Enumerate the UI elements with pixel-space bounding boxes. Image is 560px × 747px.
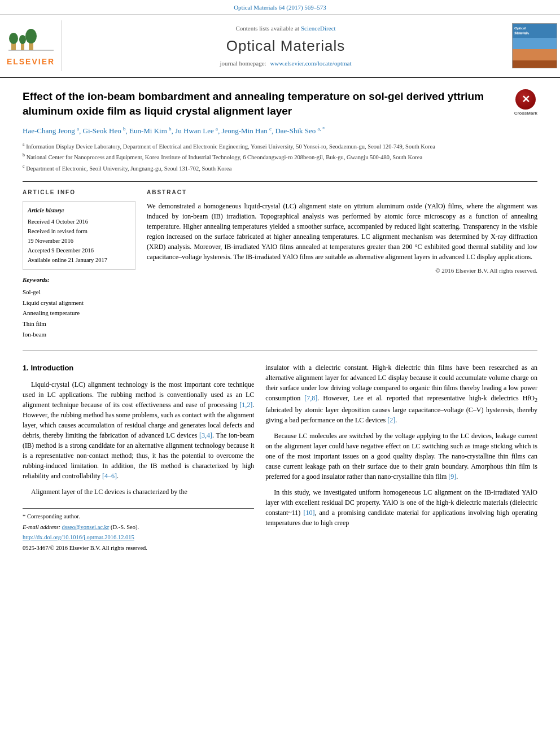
article-info-label: ARTICLE INFO — [23, 189, 135, 196]
keyword-3: Annealing temperature — [23, 308, 135, 318]
affiliations-block: a Information Display Device Laboratory,… — [23, 141, 537, 173]
crossmark-label: CrossMark — [514, 111, 537, 117]
authors-line: Hae-Chang Jeong a, Gi-Seok Heo b, Eun-Mi… — [23, 125, 537, 137]
sciencedirect-line: Contents lists available at ScienceDirec… — [73, 24, 498, 33]
journal-center-block: Contents lists available at ScienceDirec… — [62, 20, 509, 71]
email-suffix: (D.-S. Seo). — [111, 524, 139, 530]
journal-homepage-line: journal homepage: www.elsevier.com/locat… — [73, 59, 498, 68]
elsevier-tree-icon — [8, 25, 54, 54]
sciencedirect-link[interactable]: ScienceDirect — [301, 25, 336, 32]
abstract-text: We demonstrated a homogeneous liquid-cry… — [147, 201, 537, 262]
header-divider — [23, 181, 537, 182]
abstract-column: ABSTRACT We demonstrated a homogeneous l… — [147, 189, 537, 340]
intro-para-1: Liquid-crystal (LC) alignment technology… — [23, 379, 254, 481]
elsevier-logo-block: ELSEVIER — [0, 20, 62, 71]
svg-rect-8 — [513, 24, 557, 38]
issn-line: 0925-3467/© 2016 Elsevier B.V. All right… — [23, 544, 254, 553]
info-abstract-section: ARTICLE INFO Article history: Received 4… — [23, 189, 537, 340]
cover-thumbnail: Optical Materials — [512, 23, 557, 68]
left-column: 1. Introduction Liquid-crystal (LC) alig… — [23, 362, 254, 554]
svg-rect-9 — [513, 38, 557, 49]
received-revised-date-display: 19 November 2016 — [28, 237, 130, 246]
copyright-text: © 2016 Elsevier B.V. All rights reserved… — [147, 267, 537, 275]
corresponding-footnote: * Corresponding author. — [23, 512, 254, 521]
citation-text: Optical Materials 64 (2017) 569–573 — [234, 4, 326, 11]
svg-text:Optical: Optical — [515, 27, 526, 30]
keyword-4: Thin film — [23, 318, 135, 329]
journal-cover-image: Optical Materials — [509, 20, 560, 71]
affiliation-b: b National Center for Nanoprocess and Eq… — [23, 152, 537, 161]
keyword-5: Ion-beam — [23, 329, 135, 340]
history-label: Article history: — [28, 206, 130, 216]
svg-rect-10 — [513, 49, 557, 60]
email-link[interactable]: dsseo@yonsei.ac.kr — [62, 524, 110, 530]
keywords-list: Sol-gel Liquid crystal alignment Anneali… — [23, 287, 135, 339]
homepage-url[interactable]: www.elsevier.com/locate/optmat — [270, 60, 351, 67]
doi-url[interactable]: http://dx.doi.org/10.1016/j.optmat.2016.… — [23, 534, 134, 540]
journal-citation-bar: Optical Materials 64 (2017) 569–573 — [0, 0, 560, 15]
section1-heading: 1. Introduction — [23, 362, 254, 374]
accepted-date: Accepted 9 December 2016 — [28, 246, 130, 256]
footnotes-block: * Corresponding author. E-mail address: … — [23, 508, 254, 553]
affiliation-c: c Department of Electronic, Seoil Univer… — [23, 163, 537, 173]
svg-point-5 — [25, 29, 37, 43]
ref-3-4: [3,4] — [199, 431, 212, 439]
journal-header: ELSEVIER Contents lists available at Sci… — [0, 15, 560, 78]
paper-title-text: Effect of the ion-beam bombardment and a… — [23, 89, 514, 118]
affiliation-a: a Information Display Device Laboratory,… — [23, 141, 537, 151]
article-info-column: ARTICLE INFO Article history: Received 4… — [23, 189, 135, 340]
right-column: insulator with a dielectric constant. Hi… — [265, 362, 537, 554]
crossmark-icon: ✕ — [515, 89, 536, 110]
abstract-label: ABSTRACT — [147, 189, 537, 196]
received-date: Received 4 October 2016 — [28, 217, 130, 227]
right-para-1: insulator with a dielectric constant. Hi… — [265, 362, 537, 425]
available-date: Available online 21 January 2017 — [28, 256, 130, 265]
ref-4-6: [4–6] — [102, 472, 117, 480]
doi-line: http://dx.doi.org/10.1016/j.optmat.2016.… — [23, 533, 254, 542]
keyword-1: Sol-gel — [23, 287, 135, 298]
email-label: E-mail address: — [23, 524, 60, 530]
cover-svg: Optical Materials — [513, 24, 557, 68]
ref-1-2: [1,2] — [239, 401, 252, 409]
email-footnote: E-mail address: dsseo@yonsei.ac.kr (D.-S… — [23, 523, 254, 532]
intro-para-2: Alignment layer of the LC devices is cha… — [23, 487, 254, 497]
elsevier-wordmark: ELSEVIER — [7, 56, 55, 68]
received-revised: Received in revised form — [28, 227, 130, 237]
right-para-2: Because LC molecules are switched by the… — [265, 431, 537, 482]
article-history-box: Article history: Received 4 October 2016… — [23, 201, 135, 270]
svg-rect-11 — [513, 60, 557, 68]
keywords-section: Keywords: Sol-gel Liquid crystal alignme… — [23, 276, 135, 339]
svg-point-1 — [9, 33, 18, 44]
svg-point-3 — [19, 35, 26, 44]
svg-text:Materials: Materials — [515, 31, 528, 34]
right-para-3: In this study, we investigated uniform h… — [265, 487, 537, 528]
keyword-2: Liquid crystal alignment — [23, 298, 135, 308]
article-body: Effect of the ion-beam bombardment and a… — [0, 78, 560, 565]
journal-title: Optical Materials — [73, 36, 498, 56]
crossmark-badge: ✕ CrossMark — [514, 89, 537, 117]
keywords-label: Keywords: — [23, 276, 135, 284]
paper-title-block: Effect of the ion-beam bombardment and a… — [23, 89, 537, 118]
main-content-section: 1. Introduction Liquid-crystal (LC) alig… — [23, 351, 537, 554]
